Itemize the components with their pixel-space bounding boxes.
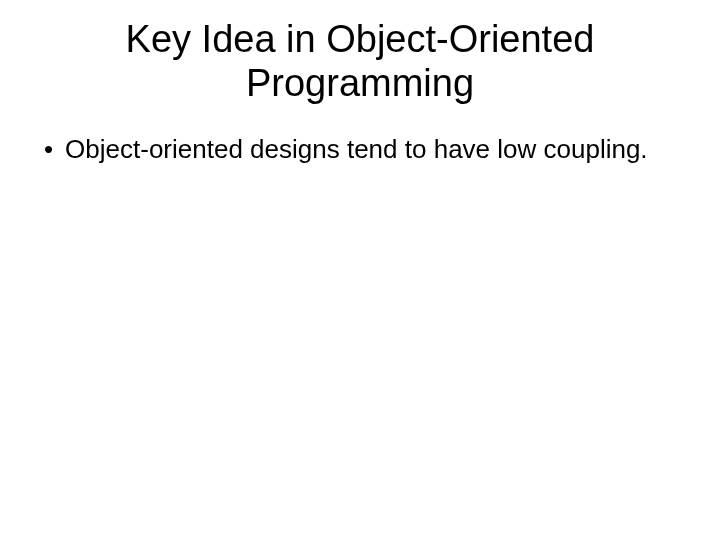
bullet-text: Object-oriented designs tend to have low…	[65, 133, 680, 166]
bullet-marker-icon: •	[44, 133, 53, 166]
slide-title: Key Idea in Object-Oriented Programming	[40, 18, 680, 105]
slide-content: • Object-oriented designs tend to have l…	[40, 133, 680, 166]
slide: Key Idea in Object-Oriented Programming …	[0, 0, 720, 540]
bullet-item: • Object-oriented designs tend to have l…	[44, 133, 680, 166]
